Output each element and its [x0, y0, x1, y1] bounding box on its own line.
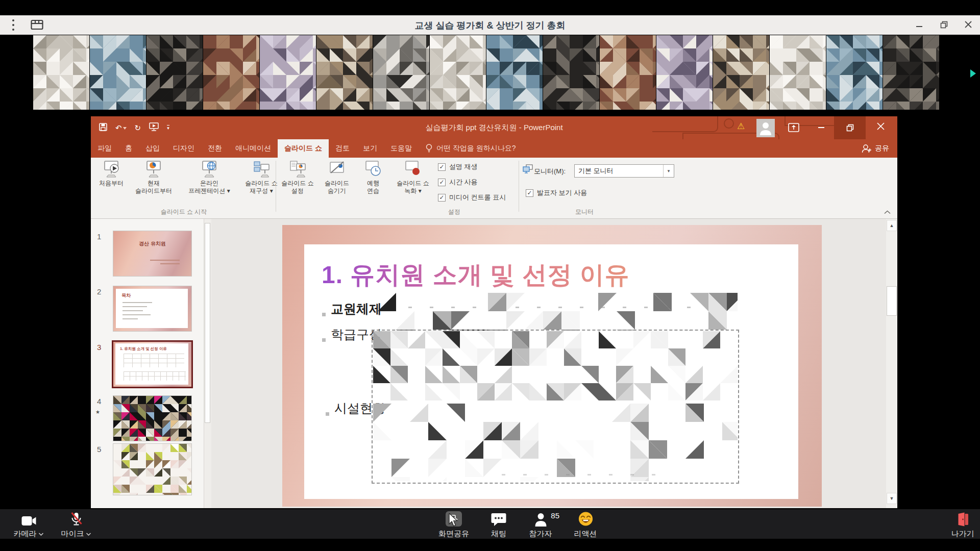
participants-button[interactable]: 85 참가자 — [529, 511, 552, 539]
tab-home[interactable]: 홈 — [118, 139, 139, 158]
pixelated-table-region — [373, 404, 738, 481]
close-button[interactable] — [964, 20, 973, 29]
bullet-icon — [326, 412, 329, 416]
chat-button[interactable]: 채팅 — [491, 511, 506, 539]
participant-video-tile[interactable] — [770, 35, 826, 110]
camera-icon — [21, 515, 36, 527]
tab-transitions[interactable]: 전환 — [201, 139, 229, 158]
record-slideshow-button[interactable]: 슬라이드 쇼녹화 ▾ — [390, 160, 436, 195]
participant-video-tile[interactable] — [883, 35, 939, 110]
screen-globe-icon — [201, 160, 218, 178]
record-icon — [404, 160, 422, 178]
participant-video-tile[interactable] — [146, 35, 203, 110]
tell-me-box[interactable]: 어떤 작업을 원하시나요? — [426, 139, 516, 158]
checkbox-presenter-view[interactable]: 발표자 보기 사용 — [526, 188, 587, 197]
thumbnail-panel-scrollbar[interactable] — [204, 219, 211, 508]
participant-video-tile[interactable] — [543, 35, 599, 110]
scrollbar-thumb[interactable] — [887, 286, 897, 316]
tab-review[interactable]: 검토 — [329, 139, 356, 158]
participant-video-tile[interactable] — [600, 35, 656, 110]
participant-video-tile[interactable] — [656, 35, 713, 110]
monitor-field-label: 모니터(M): — [534, 167, 566, 176]
ribbon: 처음부터 현재슬라이드부터 온라인프레젠테이션 ▾ 슬라이드 쇼재구성 ▾ 슬라… — [91, 158, 897, 219]
scroll-up-button[interactable]: ▲ — [887, 220, 897, 231]
mic-muted-icon — [69, 512, 83, 527]
slide-number: 2 — [97, 287, 101, 296]
slide-bullet-1[interactable]: 교원체제 — [331, 300, 382, 317]
participant-video-tile[interactable] — [373, 35, 429, 110]
participant-video-tile[interactable] — [203, 35, 259, 110]
slide-title[interactable]: 1. 유치원 소개 및 선정 이유 — [322, 259, 630, 291]
slide-thumbnail-5-censored[interactable] — [113, 444, 191, 495]
obscured-text-row — [502, 474, 670, 475]
ppt-restore-button[interactable] — [834, 116, 866, 139]
hide-slide-button[interactable]: 슬라이드숨기기 — [317, 160, 356, 195]
tab-animations[interactable]: 애니메이션 — [229, 139, 278, 158]
warning-icon: ⚠ — [737, 121, 745, 132]
laughing-emoji-icon — [578, 511, 593, 527]
participants-count: 85 — [551, 511, 559, 520]
participant-video-tile[interactable] — [430, 35, 486, 110]
share-button[interactable]: 공유 — [862, 139, 889, 158]
slide-thumbnail-2[interactable]: 목차 — [113, 286, 191, 331]
leave-button[interactable]: 나가기 — [951, 511, 974, 539]
from-beginning-button[interactable]: 처음부터 — [94, 160, 129, 187]
checkbox-icon — [526, 189, 533, 197]
camera-button[interactable]: 카메라 — [14, 511, 44, 539]
slide-thumbnail-3[interactable]: 1. 유치원 소개 및 선정 이유 — [113, 342, 191, 387]
participant-video-tile[interactable] — [316, 35, 373, 110]
mic-button-muted[interactable]: 마이크 — [61, 511, 91, 539]
reactions-button[interactable]: 리액션 — [574, 511, 597, 539]
tab-help[interactable]: 도움말 — [384, 139, 419, 158]
slide-area-scrollbar[interactable]: ▲ ▼ — [886, 219, 897, 508]
minimize-button[interactable] — [915, 20, 924, 29]
participant-video-tile[interactable] — [486, 35, 543, 110]
group-label-monitor: 모니터 — [575, 208, 594, 216]
setup-slideshow-button[interactable]: 슬라이드 쇼설정 — [279, 160, 316, 195]
participant-video-tile[interactable] — [260, 35, 316, 110]
animation-star-icon: ★ — [95, 409, 100, 415]
ribbon-display-options-button[interactable] — [788, 123, 799, 134]
present-online-button[interactable]: 온라인프레젠테이션 ▾ — [183, 160, 236, 195]
slide2-title: 목차 — [121, 292, 131, 299]
meeting-toolbar — [0, 509, 980, 539]
collapse-ribbon-button[interactable] — [884, 209, 891, 216]
toc-line — [122, 310, 143, 311]
toc-line — [122, 318, 138, 319]
screen-chart-icon — [145, 160, 162, 178]
ppt-close-button[interactable] — [877, 122, 885, 133]
participant-video-tile[interactable] — [33, 35, 89, 110]
slide3-title: 1. 유치원 소개 및 선정 이유 — [120, 346, 167, 352]
slide1-background — [113, 231, 191, 276]
slide-thumbnail-4-censored[interactable] — [113, 396, 191, 441]
participant-video-tile[interactable] — [826, 35, 883, 110]
group-separator — [519, 161, 519, 212]
powerpoint-window: ↶ ↻ ▾ 실습평가회 ppt 경산유치원 - PowerPoint ⚠ 파일 … — [91, 116, 897, 508]
tab-file[interactable]: 파일 — [91, 139, 118, 158]
checkbox-use-timings[interactable]: 시간 사용 — [438, 178, 478, 187]
ppt-minimize-button[interactable] — [818, 122, 825, 132]
leave-door-icon — [956, 512, 969, 527]
monitor-dropdown[interactable]: 기본 모니터 — [574, 164, 674, 178]
tab-slideshow[interactable]: 슬라이드 쇼 — [278, 139, 329, 158]
tab-view[interactable]: 보기 — [356, 139, 384, 158]
slide1-title: 경산 유치원 — [113, 240, 191, 247]
from-current-slide-button[interactable]: 현재슬라이드부터 — [129, 160, 179, 195]
screen-play-icon — [103, 160, 120, 178]
next-participants-arrow[interactable] — [969, 68, 976, 81]
rehearse-timings-button[interactable]: 예행연습 — [357, 160, 389, 195]
checkbox-play-narrations[interactable]: 설명 재생 — [438, 162, 478, 171]
tab-design[interactable]: 디자인 — [166, 139, 201, 158]
tab-insert[interactable]: 삽입 — [139, 139, 166, 158]
dropdown-arrow-icon — [663, 165, 674, 177]
participant-video-tile[interactable] — [90, 35, 146, 110]
participants-icon — [534, 512, 547, 527]
scrollbar-thumb[interactable] — [205, 223, 210, 423]
account-avatar[interactable] — [756, 119, 775, 137]
slide-thumbnail-1[interactable]: 경산 유치원 — [113, 231, 191, 276]
restore-button[interactable] — [939, 20, 948, 29]
scroll-down-button[interactable]: ▼ — [887, 493, 897, 504]
participant-video-tile[interactable] — [713, 35, 769, 110]
slide3-table — [124, 371, 186, 381]
checkbox-show-media-controls[interactable]: 미디어 컨트롤 표시 — [438, 193, 506, 202]
